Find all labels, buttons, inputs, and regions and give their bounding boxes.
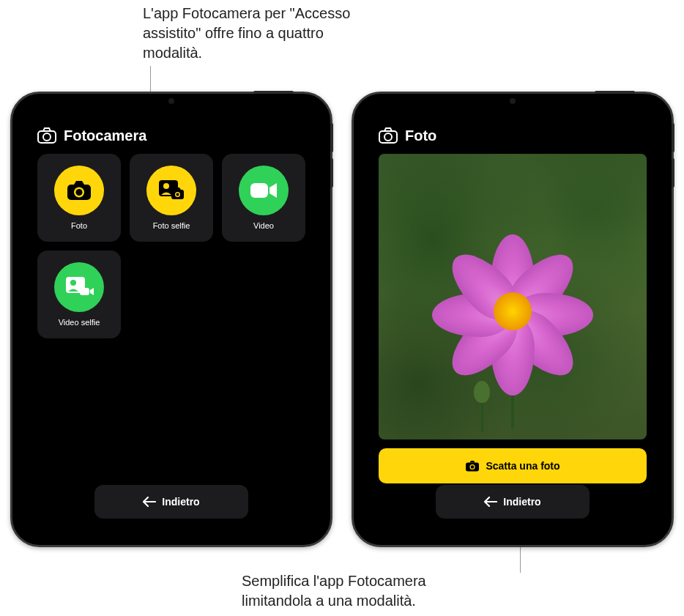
svg-point-9 bbox=[176, 193, 179, 196]
screen-left: Fotocamera Foto Foto selfie bbox=[24, 105, 319, 533]
callout-bottom: Semplifica l'app Fotocamera limitandola … bbox=[242, 571, 498, 611]
svg-point-15 bbox=[384, 133, 392, 141]
svg-point-18 bbox=[471, 465, 475, 469]
camera-viewfinder bbox=[379, 154, 647, 439]
volume-up-button bbox=[672, 123, 674, 152]
ipad-left: Fotocamera Foto Foto selfie bbox=[10, 92, 332, 547]
volume-down-button bbox=[330, 158, 333, 188]
screen-right: Foto Scatta una foto bbox=[365, 105, 660, 533]
arrow-left-icon bbox=[484, 497, 497, 507]
header-title: Fotocamera bbox=[64, 127, 146, 144]
volume-up-button bbox=[330, 123, 333, 152]
camera-icon bbox=[37, 126, 56, 145]
camera-icon bbox=[379, 126, 398, 145]
video-icon bbox=[239, 166, 289, 215]
mode-tile-video-selfie[interactable]: Video selfie bbox=[37, 251, 121, 338]
capture-button[interactable]: Scatta una foto bbox=[379, 448, 647, 483]
back-label: Indietro bbox=[162, 496, 199, 508]
svg-point-12 bbox=[70, 280, 76, 286]
mode-label: Video bbox=[253, 221, 274, 230]
mode-tile-foto-selfie[interactable]: Foto selfie bbox=[130, 154, 213, 242]
power-button bbox=[595, 91, 635, 94]
svg-rect-13 bbox=[80, 288, 89, 295]
back-label: Indietro bbox=[503, 496, 540, 508]
svg-point-6 bbox=[163, 183, 169, 189]
flower-illustration bbox=[428, 227, 597, 396]
back-button[interactable]: Indietro bbox=[436, 485, 590, 519]
mode-label: Foto bbox=[71, 221, 87, 230]
camera-icon bbox=[465, 460, 480, 472]
mode-tile-video[interactable]: Video bbox=[222, 154, 305, 242]
svg-point-4 bbox=[76, 189, 83, 196]
back-button[interactable]: Indietro bbox=[94, 485, 248, 519]
ipad-right: Foto Scatta una foto bbox=[352, 92, 674, 547]
selfie-camera-icon bbox=[146, 166, 196, 215]
mode-grid: Foto Foto selfie Video Vid bbox=[24, 154, 319, 338]
volume-down-button bbox=[672, 158, 674, 188]
front-camera-dot bbox=[510, 98, 516, 104]
bud-stem bbox=[481, 399, 483, 432]
svg-point-1 bbox=[43, 133, 51, 141]
front-camera-dot bbox=[168, 98, 174, 104]
svg-rect-10 bbox=[250, 183, 268, 198]
mode-label: Foto selfie bbox=[153, 221, 190, 230]
camera-icon bbox=[54, 166, 104, 215]
app-header: Foto bbox=[365, 105, 660, 154]
power-button bbox=[253, 91, 294, 94]
header-title: Foto bbox=[405, 127, 436, 144]
mode-tile-foto[interactable]: Foto bbox=[37, 154, 121, 242]
selfie-video-icon bbox=[54, 262, 104, 312]
mode-label: Video selfie bbox=[59, 318, 100, 327]
app-header: Fotocamera bbox=[24, 105, 319, 154]
arrow-left-icon bbox=[143, 497, 156, 507]
capture-label: Scatta una foto bbox=[486, 460, 560, 472]
callout-top: L'app Fotocamera per "Accesso assistito"… bbox=[143, 4, 363, 63]
